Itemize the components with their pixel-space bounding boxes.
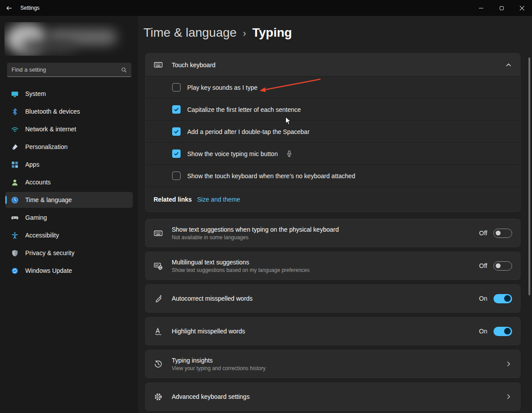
checkbox-add-period[interactable] xyxy=(172,127,181,136)
row-play-key-sounds[interactable]: Play key sounds as I type xyxy=(146,76,520,99)
related-links-row: Related links Size and theme xyxy=(146,187,520,211)
minimize-button[interactable] xyxy=(471,0,491,16)
chevron-up-icon[interactable] xyxy=(505,61,512,69)
microphone-icon xyxy=(286,150,292,157)
size-and-theme-link[interactable]: Size and theme xyxy=(197,196,240,203)
card-text: Autocorrect misspelled words xyxy=(172,295,253,302)
toggle-highlight-misspelled[interactable] xyxy=(493,327,512,336)
personalization-icon xyxy=(11,143,19,151)
sidebar-item-label: Accessibility xyxy=(25,232,59,239)
checkbox-capitalize-first-letter[interactable] xyxy=(172,105,181,114)
checkbox-voice-typing-mic[interactable] xyxy=(172,149,181,158)
sidebar-item-label: System xyxy=(25,90,46,97)
sidebar-item-label: Bluetooth & devices xyxy=(25,108,80,115)
network-icon xyxy=(11,126,19,133)
sidebar-item-label: Privacy & security xyxy=(25,249,74,256)
touch-keyboard-expander[interactable]: Touch keyboard xyxy=(146,54,520,76)
system-icon xyxy=(11,90,19,98)
search-box xyxy=(7,63,131,77)
scrollbar-thumb[interactable] xyxy=(528,57,530,295)
card-physical-keyboard-suggestions: Show text suggestions when typing on the… xyxy=(145,219,520,247)
card-typing-insights[interactable]: Typing insights View your typing and cor… xyxy=(145,350,520,378)
sidebar-item-gaming[interactable]: Gaming xyxy=(5,210,133,226)
keyboard-icon xyxy=(154,229,163,238)
close-icon xyxy=(520,6,524,11)
accounts-icon xyxy=(11,179,19,186)
card-multilingual-suggestions: Multilingual text suggestions Show text … xyxy=(145,252,520,280)
maximize-icon xyxy=(500,6,504,10)
back-button[interactable] xyxy=(0,0,18,16)
toggle-physical-keyboard-suggestions[interactable] xyxy=(493,229,512,238)
sidebar-item-apps[interactable]: Apps xyxy=(5,157,133,172)
touch-keyboard-group: Touch keyboard Play key sounds as I type… xyxy=(145,53,520,212)
sidebar-item-system[interactable]: System xyxy=(5,86,133,102)
card-text: Highlight misspelled words xyxy=(172,328,245,335)
card-text: Advanced keyboard settings xyxy=(172,393,250,400)
close-button[interactable] xyxy=(512,0,532,16)
sidebar-item-bluetooth-devices[interactable]: Bluetooth & devices xyxy=(5,103,133,119)
gear-icon xyxy=(154,392,163,402)
toggle-autocorrect[interactable] xyxy=(493,294,512,303)
search-input[interactable] xyxy=(12,66,121,73)
toggle-multilingual-suggestions[interactable] xyxy=(493,261,512,271)
toggle-knob xyxy=(504,295,511,302)
app-title: Settings xyxy=(20,5,39,11)
sidebar-item-accounts[interactable]: Accounts xyxy=(5,174,133,190)
card-autocorrect: Autocorrect misspelled words On xyxy=(145,284,520,313)
sidebar-nav: System Bluetooth & devices Network & int… xyxy=(5,86,133,280)
sidebar-item-personalization[interactable]: Personalization xyxy=(5,139,133,155)
breadcrumb: Time & language › Typing xyxy=(143,26,292,40)
bluetooth-icon xyxy=(11,108,19,115)
sidebar-item-network-internet[interactable]: Network & internet xyxy=(5,121,133,137)
card-text: Multilingual text suggestions Show text … xyxy=(172,259,310,273)
sidebar-item-time-language[interactable]: Time & language xyxy=(5,192,133,208)
breadcrumb-separator-icon: › xyxy=(243,27,246,39)
card-title: Multilingual text suggestions xyxy=(172,259,310,266)
checkbox-label: Show the touch keyboard when there’s no … xyxy=(187,172,355,180)
sidebar: System Bluetooth & devices Network & int… xyxy=(0,16,138,413)
row-voice-typing-mic[interactable]: Show the voice typing mic button xyxy=(146,143,520,165)
row-capitalize-first-letter[interactable]: Capitalize the first letter of each sent… xyxy=(146,99,520,121)
sidebar-item-label: Time & language xyxy=(25,196,72,203)
row-touch-keyboard-attached[interactable]: Show the touch keyboard when there’s no … xyxy=(146,165,520,187)
breadcrumb-parent[interactable]: Time & language xyxy=(143,26,237,40)
typing-insights-icon xyxy=(154,359,163,369)
page-title: Typing xyxy=(252,26,292,40)
checkbox-label: Add a period after I double-tap the Spac… xyxy=(187,128,309,135)
row-add-period[interactable]: Add a period after I double-tap the Spac… xyxy=(146,121,520,143)
sidebar-item-label: Windows Update xyxy=(25,267,72,274)
user-profile[interactable] xyxy=(4,22,131,56)
sidebar-item-label: Personalization xyxy=(25,143,68,150)
window-controls xyxy=(471,0,532,16)
sidebar-item-privacy-security[interactable]: Privacy & security xyxy=(5,245,133,261)
card-title: Advanced keyboard settings xyxy=(172,393,250,400)
sidebar-item-accessibility[interactable]: Accessibility xyxy=(5,227,133,243)
gaming-icon xyxy=(11,214,19,222)
card-highlight-misspelled: Highlight misspelled words On xyxy=(145,317,520,345)
arrow-left-icon xyxy=(6,5,12,11)
card-title: Highlight misspelled words xyxy=(172,328,245,335)
sidebar-item-label: Network & internet xyxy=(25,126,76,133)
toggle-state-label: On xyxy=(479,328,487,335)
toggle-knob xyxy=(496,264,501,268)
card-subtitle: Not available in some languages xyxy=(172,234,339,241)
checkbox-label: Play key sounds as I type xyxy=(187,84,258,91)
maximize-button[interactable] xyxy=(491,0,512,16)
checkbox-play-key-sounds[interactable] xyxy=(172,83,181,92)
sidebar-item-windows-update[interactable]: Windows Update xyxy=(5,263,133,279)
sidebar-item-label: Accounts xyxy=(25,179,51,186)
toggle-knob xyxy=(504,328,511,335)
card-advanced-keyboard-settings[interactable]: Advanced keyboard settings xyxy=(145,382,520,411)
time-language-icon xyxy=(11,196,19,204)
checkbox-touch-keyboard-attached[interactable] xyxy=(172,172,181,180)
minimize-icon xyxy=(479,8,483,8)
accessibility-icon xyxy=(11,232,19,239)
card-title: Typing insights xyxy=(172,357,266,364)
card-title: Autocorrect misspelled words xyxy=(172,295,253,302)
card-subtitle: View your typing and corrections history xyxy=(172,365,266,371)
checkbox-label: Capitalize the first letter of each sent… xyxy=(187,106,301,113)
card-title: Show text suggestions when typing on the… xyxy=(172,226,339,233)
main-content: Time & language › Typing Touch keyboard xyxy=(138,16,532,413)
related-links-label: Related links xyxy=(154,196,192,203)
checkmark-icon xyxy=(173,129,179,134)
